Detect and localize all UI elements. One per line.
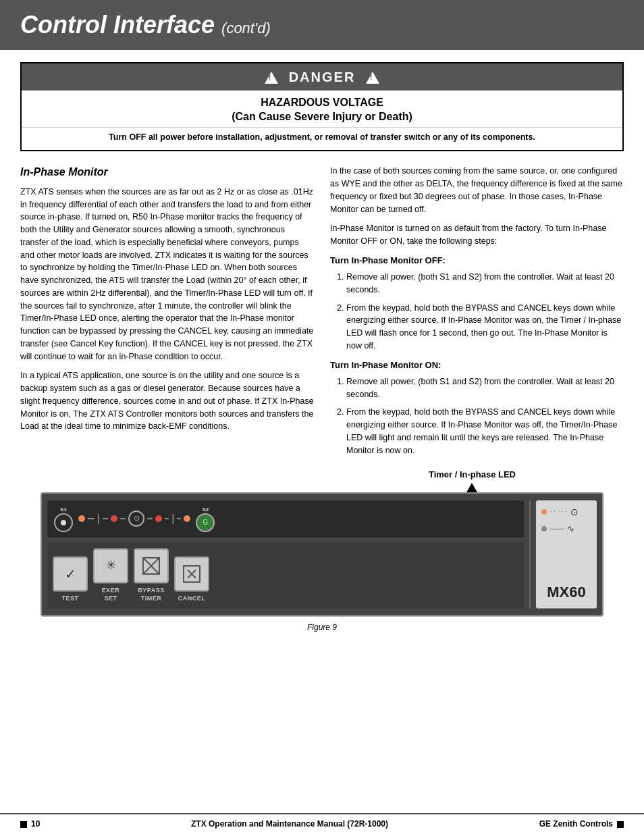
bus-segment-5 <box>165 518 169 519</box>
s1-label: S1 <box>60 506 67 513</box>
figure-caption: Figure 9 <box>41 622 603 633</box>
key-exer-button[interactable]: ✳ <box>93 548 128 583</box>
led-s1-a <box>78 515 85 522</box>
footer-manual-title: ZTX Operation and Maintenance Manual (72… <box>191 819 388 829</box>
right-column: In the case of both sources coming from … <box>330 165 624 462</box>
turn-on-steps: Remove all power, (both S1 and S2) from … <box>330 375 624 457</box>
status-led-label-1: · · · · · <box>550 507 567 517</box>
bypass-icon <box>142 556 161 575</box>
diagram-area: Timer / In-phase LED S1 <box>41 469 603 633</box>
status-led-row-1: · · · · · ⊙ <box>541 506 579 519</box>
danger-warning-text: Turn OFF all power before installation, … <box>22 127 622 151</box>
danger-header: DANGER <box>22 63 622 90</box>
main-content: In-Phase Monitor ZTX ATS senses when the… <box>0 158 644 813</box>
right-para-2: In-Phase Monitor is turned on as default… <box>330 222 624 248</box>
bus-segment-3 <box>120 518 126 519</box>
cancel-icon <box>182 565 201 583</box>
footer-square-right <box>617 821 624 828</box>
status-led-1 <box>541 509 547 515</box>
section-title: In-Phase Monitor <box>20 165 314 180</box>
led-s1-b <box>111 515 117 522</box>
right-para-1: In the case of both sources coming from … <box>330 165 624 215</box>
key-cancel-button[interactable] <box>174 556 209 592</box>
status-led-symbol-1: ⊙ <box>570 506 579 519</box>
key-test-label: TEST <box>61 594 78 603</box>
danger-subtitle: HAZARDOUS VOLTAGE (Can Cause Severe Inju… <box>22 90 622 127</box>
diagram-divider <box>529 500 531 608</box>
led-s2-a <box>184 515 190 522</box>
left-column: In-Phase Monitor ZTX ATS senses when the… <box>20 165 314 462</box>
turn-on-step-2: From the keypad, hold both the BYPASS an… <box>346 406 624 457</box>
page-title: Control Interface (cont'd) <box>20 11 271 38</box>
footer-right: GE Zenith Controls <box>539 818 624 830</box>
status-leds: · · · · · ⊙ —— ∿ <box>541 506 591 536</box>
key-test-group: ✓ TEST <box>53 556 88 603</box>
led-mid-a <box>155 515 162 522</box>
timer-led-indicator: Timer / In-phase LED <box>429 469 516 492</box>
diagram-main: S1 | ⊙ <box>47 500 524 608</box>
turn-on-title: Turn In-Phase Monitor ON: <box>330 359 624 371</box>
bus-connector-2: | <box>171 511 174 526</box>
header-subtitle: (cont'd) <box>221 20 271 36</box>
bus-segment-2 <box>103 518 108 519</box>
danger-triangle-right <box>366 72 379 84</box>
timer-led-arrow <box>466 483 477 492</box>
turn-on-step-1: Remove all power, (both S1 and S2) from … <box>346 375 624 401</box>
page-footer: 10 ZTX Operation and Maintenance Manual … <box>0 813 644 834</box>
danger-label: DANGER <box>289 70 356 84</box>
left-para-1: ZTX ATS senses when the sources are as f… <box>20 186 314 363</box>
key-bypass-group: BYPASSTIMER <box>134 548 169 603</box>
page-header: Control Interface (cont'd) <box>0 0 644 50</box>
footer-page-number: 10 <box>31 818 40 830</box>
key-cancel-group: CANCEL <box>174 556 209 603</box>
turn-off-steps: Remove all power, (both S1 and S2) from … <box>330 271 624 353</box>
timer-led-label: Timer / In-phase LED <box>429 469 516 481</box>
key-exer-group: ✳ EXERSET <box>93 548 128 603</box>
status-led-row-2: —— ∿ <box>541 523 574 535</box>
danger-voltage-title: HAZARDOUS VOLTAGE <box>28 96 616 110</box>
status-led-2 <box>541 526 547 531</box>
left-para-2: In a typical ATS application, one source… <box>20 369 314 433</box>
s1-connector <box>54 513 73 532</box>
page: Control Interface (cont'd) DANGER HAZARD… <box>0 0 644 834</box>
turn-off-step-1: Remove all power, (both S1 and S2) from … <box>346 271 624 296</box>
status-led-label-2: —— <box>550 524 564 533</box>
s2-connector: G <box>196 513 215 532</box>
danger-triangle-left <box>265 72 278 84</box>
bus-segment-6 <box>177 518 181 519</box>
key-bypass-button[interactable] <box>134 548 169 583</box>
header-title-text: Control Interface <box>20 11 215 38</box>
bus-segment-4 <box>147 518 153 519</box>
footer-company: GE Zenith Controls <box>539 818 613 830</box>
diagram-right-panel: · · · · · ⊙ —— ∿ MX60 <box>536 500 597 608</box>
mx60-label: MX60 <box>547 582 585 603</box>
key-bypass-label: BYPASSTIMER <box>138 586 164 603</box>
footer-center: ZTX Operation and Maintenance Manual (72… <box>191 818 388 830</box>
turn-off-step-2: From the keypad, hold both the BYPASS an… <box>346 302 624 353</box>
status-led-symbol-2: ∿ <box>567 523 574 535</box>
s2-label: S2 <box>202 506 209 513</box>
footer-left: 10 <box>20 818 40 830</box>
turn-off-title: Turn In-Phase Monitor OFF: <box>330 255 624 267</box>
two-column-layout: In-Phase Monitor ZTX ATS senses when the… <box>20 165 624 462</box>
timer-icon: ⊙ <box>128 511 144 527</box>
key-exer-label: EXERSET <box>102 586 120 603</box>
bus-connector-1: | <box>97 511 100 526</box>
danger-voltage-subtitle: (Can Cause Severe Injury or Death) <box>28 110 616 124</box>
indicator-row: S1 | ⊙ <box>47 500 524 538</box>
danger-box: DANGER HAZARDOUS VOLTAGE (Can Cause Seve… <box>20 62 624 151</box>
s2-symbol: G <box>203 518 208 527</box>
diagram-box: S1 | ⊙ <box>41 492 603 617</box>
footer-square-left <box>20 821 27 828</box>
keypad-row: ✓ TEST ✳ EXERSET <box>47 543 524 608</box>
bus-segment-1 <box>88 518 95 519</box>
key-cancel-label: CANCEL <box>178 594 206 603</box>
key-test-button[interactable]: ✓ <box>53 556 88 592</box>
